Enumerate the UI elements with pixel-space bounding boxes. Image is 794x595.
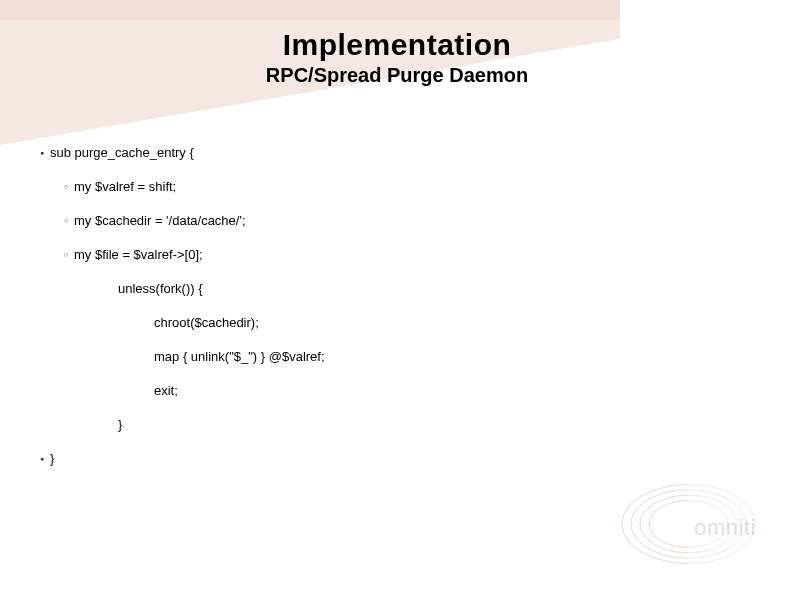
title-block: Implementation RPC/Spread Purge Daemon — [0, 28, 794, 87]
code-line: ○ my $file = $valref->[0]; — [64, 247, 754, 263]
code-text: } — [46, 451, 54, 466]
code-line: ● sub purge_cache_entry { — [40, 145, 754, 161]
code-text: } — [114, 417, 122, 432]
code-line: ○ my $cachedir = '/data/cache/'; — [64, 213, 754, 229]
code-line: ○ unless(fork()) { — [108, 281, 754, 297]
code-text: my $valref = shift; — [70, 179, 176, 194]
code-line: ● } — [40, 451, 754, 467]
code-text: exit; — [150, 383, 178, 398]
code-text: my $cachedir = '/data/cache/'; — [70, 213, 246, 228]
code-text: sub purge_cache_entry { — [46, 145, 194, 160]
code-listing: ● sub purge_cache_entry { ○ my $valref =… — [40, 145, 754, 485]
code-line: ○ my $valref = shift; — [64, 179, 754, 195]
code-text: chroot($cachedir); — [150, 315, 259, 330]
code-line: ○ chroot($cachedir); — [144, 315, 754, 331]
code-line: ○ exit; — [144, 383, 754, 399]
slide-subtitle: RPC/Spread Purge Daemon — [0, 64, 794, 87]
code-text: unless(fork()) { — [114, 281, 203, 296]
omniti-logo-text: omniti — [694, 515, 756, 541]
code-line: ○ map { unlink("$_") } @$valref; — [144, 349, 754, 365]
code-line: ○ } — [108, 417, 754, 433]
slide-title: Implementation — [0, 28, 794, 62]
code-text: map { unlink("$_") } @$valref; — [150, 349, 325, 364]
code-text: my $file = $valref->[0]; — [70, 247, 203, 262]
